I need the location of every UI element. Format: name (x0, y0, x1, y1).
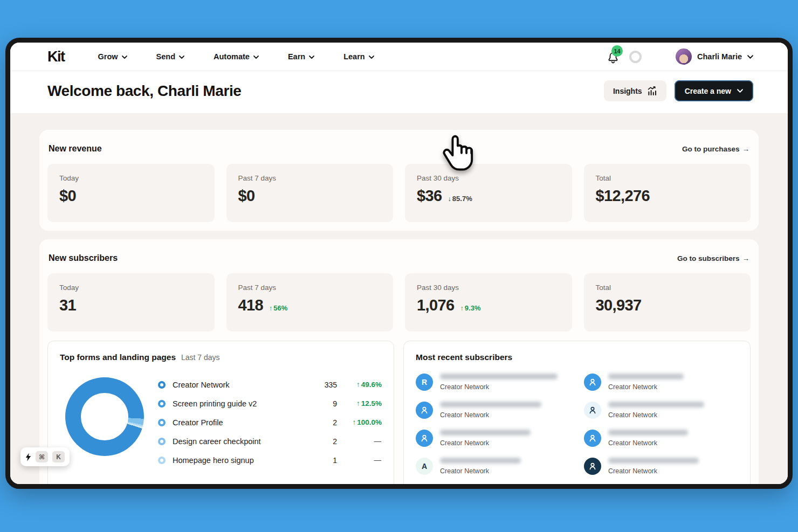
series-bullet-icon (158, 457, 166, 464)
chevron-down-icon (737, 89, 743, 93)
chevron-down-icon (253, 56, 259, 59)
subscribers-7days-value: 418 (238, 298, 264, 313)
chevron-down-icon (122, 56, 127, 59)
revenue-7days-card: Past 7 days $0 (226, 164, 394, 222)
create-a-new-button[interactable]: Create a new (675, 80, 753, 101)
arrow-up-icon: ↑ (356, 381, 360, 389)
subscriber-cards: Today 31 Past 7 days 418 ↑ 56% Past 30 d… (47, 273, 751, 331)
nav-item-send[interactable]: Send (156, 52, 184, 61)
redacted-email (608, 430, 688, 436)
revenue-total-value: $12,276 (596, 188, 650, 204)
chevron-down-icon (179, 56, 184, 59)
form-row-screen-printing[interactable]: Screen printing guide v2 9 ↑12.5% (158, 394, 382, 413)
form-row-creator-profile[interactable]: Creator Profile 2 ↑100.0% (158, 413, 382, 432)
revenue-7days-value: $0 (238, 188, 255, 204)
person-icon (588, 377, 597, 387)
person-icon (588, 461, 597, 471)
arrow-up-icon: ↑ (352, 418, 356, 426)
revenue-30days-card: Past 30 days $36 ↓ 85.7% (405, 164, 572, 222)
subscriber-source: Creator Network (608, 411, 704, 419)
form-row-creator-network[interactable]: Creator Network 335 ↑49.6% (158, 375, 382, 394)
go-to-purchases-link[interactable]: Go to purchases → (682, 145, 749, 153)
notification-count-badge: 14 (611, 45, 623, 57)
revenue-today-value: $0 (59, 188, 76, 204)
subscriber-entry[interactable]: A Creator Network (416, 458, 570, 475)
donut-chart (65, 377, 144, 456)
subscriber-source: Creator Network (440, 439, 531, 447)
revenue-cards: Today $0 Past 7 days $0 Past 30 days $36… (47, 164, 751, 222)
subscribers-today-value: 31 (59, 298, 76, 313)
series-bullet-icon (158, 400, 166, 407)
subscriber-source: Creator Network (608, 467, 699, 475)
subscriber-entry[interactable]: Creator Network (584, 374, 738, 391)
series-bullet-icon (158, 419, 166, 426)
k-key: K (52, 451, 65, 462)
avatar (584, 374, 601, 391)
command-key: ⌘ (36, 451, 48, 462)
welcome-header: Welcome back, Charli Marie Insights Crea… (10, 71, 788, 113)
redacted-email (440, 374, 558, 379)
form-row-design-career[interactable]: Design career checkpoint 2 — (158, 432, 382, 451)
subscriber-entry[interactable]: Creator Network (584, 402, 738, 419)
redacted-email (440, 430, 531, 436)
insights-button[interactable]: Insights (604, 80, 666, 101)
subscriber-entry[interactable]: Creator Network (584, 458, 738, 475)
user-menu[interactable]: Charli Marie (676, 49, 753, 65)
nav-item-learn[interactable]: Learn (343, 52, 374, 61)
nav-item-grow[interactable]: Grow (98, 52, 127, 61)
arrow-right-icon: → (742, 254, 750, 262)
subscriber-source: Creator Network (440, 383, 558, 391)
arrow-up-icon: ↑ (356, 399, 360, 407)
recent-subscribers-title: Most recent subscribers (416, 353, 738, 362)
status-ring-icon[interactable] (629, 51, 642, 63)
subscriber-entry[interactable]: Creator Network (416, 402, 570, 419)
user-avatar (676, 49, 692, 65)
subscriber-entry[interactable]: R Creator Network (416, 374, 570, 391)
nav-items: Grow Send Automate Earn Learn (98, 52, 374, 61)
recent-subscribers-grid: R Creator Network (416, 374, 738, 475)
avatar (416, 402, 433, 419)
recent-subscribers-card: Most recent subscribers R Creator Networ… (403, 341, 751, 489)
arrow-up-icon: ↑ (460, 305, 464, 312)
page-title: Welcome back, Charli Marie (47, 82, 241, 100)
avatar: A (416, 458, 433, 475)
subscribers-30days-delta: ↑ 9.3% (460, 304, 481, 312)
kit-logo[interactable]: Kit (47, 49, 65, 65)
subscribers-total-card: Total 30,937 (584, 273, 751, 331)
person-icon (588, 405, 597, 415)
revenue-today-card: Today $0 (47, 164, 215, 222)
redacted-email (440, 402, 541, 407)
nav-item-earn[interactable]: Earn (288, 52, 314, 61)
avatar (584, 402, 601, 419)
avatar: R (416, 374, 433, 391)
nav-item-automate[interactable]: Automate (214, 52, 259, 61)
redacted-email (608, 402, 704, 407)
subscriber-source: Creator Network (440, 411, 541, 419)
insights-chart-icon (647, 86, 657, 95)
command-palette-shortcut[interactable]: ⌘ K (20, 447, 70, 466)
notifications-button[interactable]: 14 (606, 50, 620, 64)
arrow-up-icon: ↑ (269, 305, 272, 312)
dashboard-content: New revenue Go to purchases → Today $0 P… (10, 113, 788, 487)
subscriber-entry[interactable]: Creator Network (416, 430, 570, 447)
person-icon (419, 433, 429, 443)
top-forms-card: Top forms and landing pages Last 7 days … (47, 341, 394, 489)
subscribers-7days-card: Past 7 days 418 ↑ 56% (226, 273, 394, 331)
avatar (584, 430, 601, 447)
subscribers-30days-value: 1,076 (417, 298, 455, 313)
new-subscribers-title: New subscribers (49, 253, 118, 263)
arrow-down-icon: ↓ (448, 195, 451, 203)
form-row-homepage-hero[interactable]: Homepage hero signup 1 — (158, 451, 382, 469)
nav-right-cluster: 14 Charli Marie (606, 49, 753, 65)
subscribers-7days-delta: ↑ 56% (269, 304, 287, 312)
top-nav: Kit Grow Send Automate Earn Learn (10, 43, 788, 71)
app-window: Kit Grow Send Automate Earn Learn (5, 38, 793, 489)
subscriber-source: Creator Network (440, 467, 521, 475)
new-subscribers-panel: New subscribers Go to subscribers → Toda… (39, 239, 759, 489)
header-actions: Insights Create a new (604, 80, 753, 101)
go-to-subscribers-link[interactable]: Go to subscribers → (677, 254, 749, 262)
top-forms-list: Creator Network 335 ↑49.6% Screen printi… (158, 375, 382, 469)
subscribers-30days-card: Past 30 days 1,076 ↑ 9.3% (405, 273, 572, 331)
top-forms-title: Top forms and landing pages (60, 353, 176, 362)
subscriber-entry[interactable]: Creator Network (584, 430, 738, 447)
